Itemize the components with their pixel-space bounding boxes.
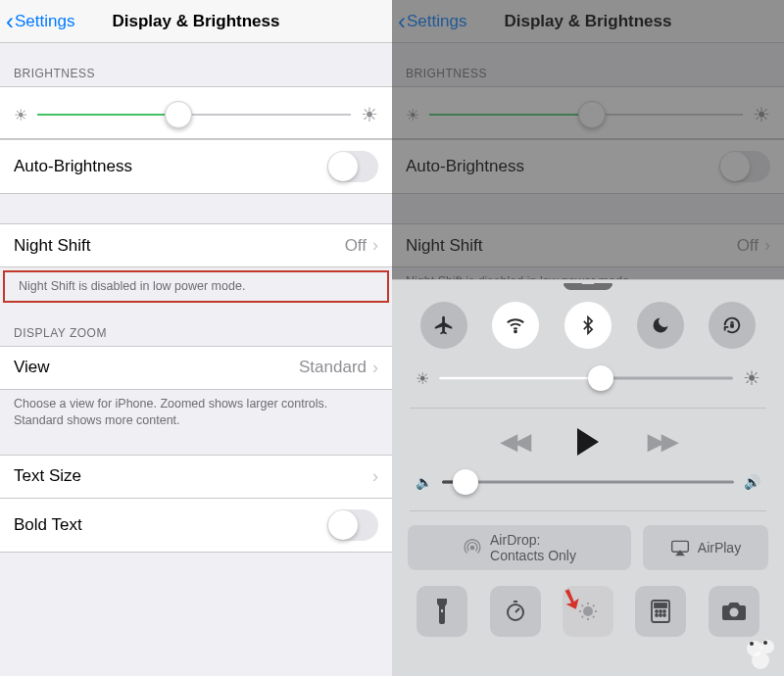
- brightness-slider[interactable]: [37, 103, 351, 126]
- auto-brightness-switch[interactable]: [327, 151, 378, 182]
- text-size-label: Text Size: [14, 466, 81, 486]
- chevron-left-icon: ‹: [6, 10, 14, 33]
- svg-point-14: [663, 614, 665, 616]
- sun-high-icon: ☀︎: [743, 366, 760, 390]
- chevron-right-icon: ›: [764, 235, 770, 256]
- airdrop-icon: [463, 538, 482, 557]
- auto-brightness-row: Auto-Brightness: [0, 139, 392, 194]
- settings-screen-right: ‹ Settings Display & Brightness BRIGHTNE…: [392, 0, 784, 676]
- cc-volume-row: 🔈 🔊: [392, 465, 784, 507]
- calculator-icon: [651, 600, 670, 623]
- svg-point-9: [656, 610, 658, 612]
- svg-point-6: [583, 606, 593, 616]
- flashlight-button[interactable]: [416, 586, 467, 637]
- timer-icon: [504, 600, 527, 623]
- svg-point-15: [729, 608, 738, 617]
- auto-brightness-switch[interactable]: [719, 151, 770, 182]
- sun-low-icon: ☀︎: [14, 106, 27, 124]
- cc-bottom-row: [392, 580, 784, 651]
- cc-volume-slider[interactable]: [442, 471, 734, 493]
- brightness-slider[interactable]: [429, 103, 743, 126]
- brightness-slider-row: ☀︎ ☀︎: [0, 86, 392, 139]
- calculator-button[interactable]: [635, 586, 686, 637]
- back-label: Settings: [15, 12, 74, 31]
- airplane-icon: [433, 314, 455, 336]
- cc-brightness-slider[interactable]: [439, 367, 733, 389]
- svg-point-13: [660, 614, 662, 616]
- svg-point-0: [514, 331, 516, 333]
- text-size-row[interactable]: Text Size ›: [0, 455, 392, 499]
- airdrop-title: AirDrop:: [490, 532, 576, 548]
- svg-point-20: [763, 641, 767, 645]
- next-track-button[interactable]: ▶▶: [648, 429, 675, 455]
- night-shift-value: Off: [737, 236, 759, 256]
- chevron-right-icon: ›: [372, 466, 378, 487]
- svg-point-10: [660, 610, 662, 612]
- back-button[interactable]: ‹ Settings: [398, 10, 466, 33]
- svg-point-2: [470, 546, 473, 549]
- timer-button[interactable]: [490, 586, 541, 637]
- volume-low-icon: 🔈: [416, 474, 432, 490]
- wifi-icon: [505, 314, 526, 336]
- brightness-section-label: BRIGHTNESS: [392, 43, 784, 86]
- highlight-annotation: Night Shift is disabled in low power mod…: [3, 270, 389, 303]
- svg-point-18: [752, 652, 769, 669]
- volume-high-icon: 🔊: [744, 474, 760, 490]
- bluetooth-toggle[interactable]: [564, 302, 612, 349]
- bold-text-switch[interactable]: [327, 509, 378, 541]
- view-value: Standard: [299, 358, 367, 377]
- chevron-right-icon: ›: [372, 358, 378, 378]
- view-label: View: [14, 358, 50, 377]
- bluetooth-icon: [578, 314, 598, 336]
- moon-icon: [651, 315, 670, 335]
- svg-rect-1: [730, 323, 734, 328]
- cc-toggle-row: [392, 298, 784, 353]
- back-button[interactable]: ‹ Settings: [6, 10, 74, 33]
- night-shift-label: Night Shift: [14, 236, 90, 256]
- wifi-toggle[interactable]: [492, 302, 539, 349]
- brightness-slider-row: ☀︎ ☀︎: [392, 86, 784, 139]
- night-shift-value: Off: [345, 236, 367, 256]
- bold-text-label: Bold Text: [14, 515, 82, 535]
- cc-air-row: AirDrop: Contacts Only AirPlay: [392, 515, 784, 580]
- brightness-section-label: BRIGHTNESS: [0, 43, 392, 86]
- rotation-lock-toggle[interactable]: [709, 302, 756, 349]
- prev-track-button[interactable]: ◀◀: [501, 429, 528, 455]
- view-row[interactable]: View Standard ›: [0, 346, 392, 390]
- settings-screen-left: ‹ Settings Display & Brightness BRIGHTNE…: [0, 0, 392, 676]
- svg-point-12: [656, 614, 658, 616]
- grabber-handle[interactable]: [568, 284, 608, 290]
- camera-button[interactable]: [709, 586, 760, 637]
- svg-rect-8: [655, 604, 666, 607]
- airdrop-subtitle: Contacts Only: [490, 548, 576, 563]
- auto-brightness-row: Auto-Brightness: [392, 139, 784, 194]
- airplay-icon: [670, 539, 690, 556]
- sun-high-icon: ☀︎: [361, 103, 378, 126]
- sun-high-icon: ☀︎: [753, 103, 770, 126]
- svg-point-19: [750, 642, 754, 646]
- camera-icon: [721, 602, 747, 621]
- control-center: ☀︎ ☀︎ ◀◀ ▶▶ 🔈 🔊: [392, 279, 784, 676]
- back-label: Settings: [407, 12, 466, 31]
- airplay-button[interactable]: AirPlay: [643, 525, 768, 570]
- watermark-icon: [739, 631, 782, 674]
- airplay-label: AirPlay: [698, 540, 741, 555]
- sun-low-icon: ☀︎: [406, 106, 419, 124]
- navbar: ‹ Settings Display & Brightness: [0, 0, 392, 43]
- airplane-toggle[interactable]: [420, 302, 467, 349]
- night-shift-note: Night Shift is disabled in low power mod…: [5, 272, 387, 301]
- night-shift-row[interactable]: Night Shift Off ›: [392, 223, 784, 267]
- page-title: Display & Brightness: [461, 12, 715, 31]
- auto-brightness-label: Auto-Brightness: [14, 157, 132, 176]
- airdrop-button[interactable]: AirDrop: Contacts Only: [408, 525, 631, 570]
- chevron-right-icon: ›: [372, 235, 378, 256]
- svg-point-17: [760, 640, 774, 653]
- bold-text-row: Bold Text: [0, 499, 392, 553]
- play-button[interactable]: [577, 428, 599, 456]
- chevron-left-icon: ‹: [398, 10, 406, 33]
- night-shift-row[interactable]: Night Shift Off ›: [0, 223, 392, 267]
- cc-media-controls: ◀◀ ▶▶: [392, 412, 784, 465]
- dnd-toggle[interactable]: [637, 302, 684, 349]
- cc-brightness-row: ☀︎ ☀︎: [392, 353, 784, 404]
- rotation-lock-icon: [721, 314, 743, 336]
